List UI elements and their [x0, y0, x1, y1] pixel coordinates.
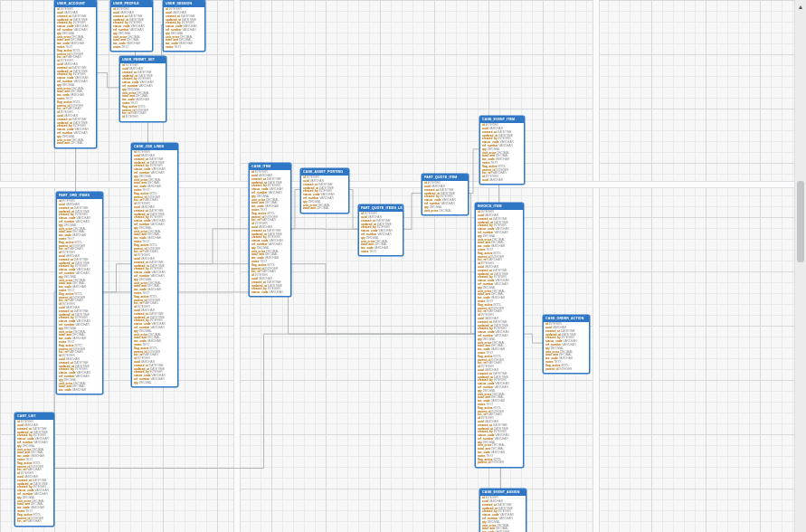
erd-table[interactable]: CART_LISTid INTEGERuuid VARCHARcreated_a…: [14, 413, 54, 527]
erd-table-columns: id INTEGERuuid VARCHARcreated_at DATETIM…: [480, 496, 526, 532]
erd-table-header: CASE_ITEM: [250, 164, 290, 170]
erd-table-header: USER_ACCOUNT: [55, 1, 96, 7]
erd-table-header: CASE_ORDER_ACTION: [544, 316, 589, 322]
erd-table[interactable]: PART_ORD_ITEMSid INTEGERuuid VARCHARcrea…: [56, 192, 103, 394]
erd-table-columns: id INTEGERuuid VARCHARcreated_at DATETIM…: [301, 176, 348, 213]
erd-table-column: uuid VARCHAR: [482, 179, 522, 183]
erd-table[interactable]: CASE_JOB_LINESid INTEGERuuid VARCHARcrea…: [131, 143, 178, 387]
erd-table[interactable]: USER_ACCOUNTid INTEGERuuid VARCHARcreate…: [54, 0, 97, 148]
erd-table-columns: id INTEGERuuid VARCHARcreated_at DATETIM…: [544, 322, 589, 373]
erd-table-column: id INTEGER: [122, 116, 164, 119]
erd-table[interactable]: CASE_ITEMid INTEGERuuid VARCHARcreated_a…: [249, 163, 291, 297]
erd-table-header: PART_QUOTE_ITEMS_LST: [359, 205, 403, 212]
erd-table-columns: id INTEGERuuid VARCHARcreated_at DATETIM…: [476, 210, 523, 467]
erd-table-header: CASE_EVENT_ITEM: [480, 117, 524, 123]
erd-table[interactable]: USER_PROFILEid INTEGERuuid VARCHARcreate…: [110, 0, 153, 52]
scroll-up-button[interactable]: ▴: [795, 0, 806, 13]
erd-table-columns: id INTEGERuuid VARCHARcreated_at DATETIM…: [359, 212, 403, 256]
erd-table-header: CASE_EVENT_ASSIGN: [480, 489, 526, 496]
erd-table-column: notes TEXT: [166, 46, 203, 50]
erd-table-column: total_amt DECIMAL: [57, 142, 94, 146]
erd-table-header: USER_SESSION: [164, 1, 204, 7]
erd-table[interactable]: INVOICE_ITEMid INTEGERuuid VARCHARcreate…: [475, 203, 524, 468]
erd-table-columns: id INTEGERuuid VARCHARcreated_at DATETIM…: [132, 150, 177, 386]
erd-table-columns: id INTEGERuuid VARCHARcreated_at DATETIM…: [164, 7, 204, 52]
scroll-thumb[interactable]: [797, 181, 804, 262]
erd-table[interactable]: CASE_ASSET_PORTINGid INTEGERuuid VARCHAR…: [300, 168, 349, 214]
erd-table-column: notes TEXT: [113, 46, 150, 50]
erd-table-columns: id INTEGERuuid VARCHARcreated_at DATETIM…: [422, 181, 468, 214]
pane-gutter-vertical[interactable]: [593, 0, 600, 532]
erd-table-column: tax_code VARCHAR: [59, 389, 100, 393]
erd-table-header: PART_ORD_ITEMS: [57, 193, 102, 199]
erd-table-header: PART_QUOTE_ITEM: [422, 175, 468, 181]
erd-table-header: CASE_ASSET_PORTING: [301, 169, 348, 176]
erd-table-column: parent_id INTEGER: [545, 368, 587, 372]
erd-table-column: unit_price DECIMAL: [424, 210, 466, 214]
erd-table-header: USER_PROFILE: [111, 1, 152, 7]
erd-table[interactable]: USER_PERMIT_SETid INTEGERuuid VARCHARcre…: [119, 56, 166, 122]
erd-table[interactable]: USER_SESSIONid INTEGERuuid VARCHARcreate…: [163, 0, 205, 52]
erd-table[interactable]: CASE_EVENT_ITEMid INTEGERuuid VARCHARcre…: [479, 116, 525, 185]
erd-table[interactable]: CASE_EVENT_ASSIGNid INTEGERuuid VARCHARc…: [479, 489, 526, 532]
erd-table-header: INVOICE_ITEM: [476, 204, 523, 210]
erd-table-columns: id INTEGERuuid VARCHARcreated_at DATETIM…: [55, 7, 96, 147]
erd-table[interactable]: CASE_ORDER_ACTIONid INTEGERuuid VARCHARc…: [543, 315, 590, 374]
erd-table-column: ext_ref VARCHAR: [17, 520, 52, 524]
erd-table[interactable]: PART_QUOTE_ITEMid INTEGERuuid VARCHARcre…: [422, 174, 469, 215]
erd-table-column: qty DECIMAL: [134, 382, 175, 385]
pane-gutter-vertical[interactable]: [233, 0, 241, 532]
erd-table-header: CASE_JOB_LINES: [132, 144, 177, 150]
erd-table-columns: id INTEGERuuid VARCHARcreated_at DATETIM…: [250, 170, 290, 297]
erd-table-columns: id INTEGERuuid VARCHARcreated_at DATETIM…: [57, 199, 102, 394]
pane-gutter-horizontal[interactable]: [0, 181, 806, 188]
erd-table-column: status_code VARCHAR: [251, 291, 289, 295]
erd-table-header: CART_LIST: [15, 413, 53, 420]
erd-table-column: total_amt DECIMAL: [303, 207, 346, 211]
vertical-scrollbar[interactable]: ▴: [794, 0, 806, 532]
erd-table-columns: id INTEGERuuid VARCHARcreated_at DATETIM…: [480, 123, 524, 185]
erd-table-columns: id INTEGERuuid VARCHARcreated_at DATETIM…: [15, 420, 53, 526]
erd-table-header: USER_PERMIT_SET: [120, 57, 166, 63]
erd-table[interactable]: PART_QUOTE_ITEMS_LSTid INTEGERuuid VARCH…: [358, 204, 403, 256]
erd-table-column: notes TEXT: [361, 251, 401, 254]
erd-table-columns: id INTEGERuuid VARCHARcreated_at DATETIM…: [111, 7, 152, 52]
erd-table-columns: id INTEGERuuid VARCHARcreated_at DATETIM…: [120, 63, 166, 121]
erd-table-column: parent_id INTEGER: [478, 461, 521, 465]
